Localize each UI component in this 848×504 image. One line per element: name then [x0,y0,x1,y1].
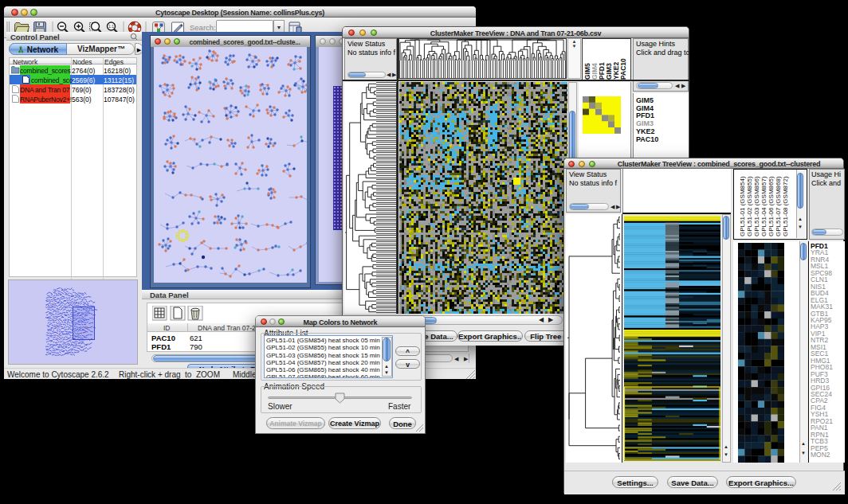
svg-text:GPL51-02 (GSM855): GPL51-02 (GSM855) [746,176,753,236]
svg-text:GPL51-06 (GSM865): GPL51-06 (GSM865) [768,176,775,236]
svg-text:1:1: 1:1 [108,25,114,29]
svg-text:GPL51-07 (GSM868): GPL51-07 (GSM868) [775,176,782,236]
svg-text:GPL51-01 (GSM854): GPL51-01 (GSM854) [739,176,746,236]
svg-text:GPL51-04 (GSM857): GPL51-04 (GSM857) [760,176,768,236]
svg-text:GPL51-03 (GSM856): GPL51-03 (GSM856) [753,176,760,236]
svg-text:GPL51-08 (GSM872): GPL51-08 (GSM872) [782,176,789,236]
svg-text:PAC10: PAC10 [619,58,627,80]
